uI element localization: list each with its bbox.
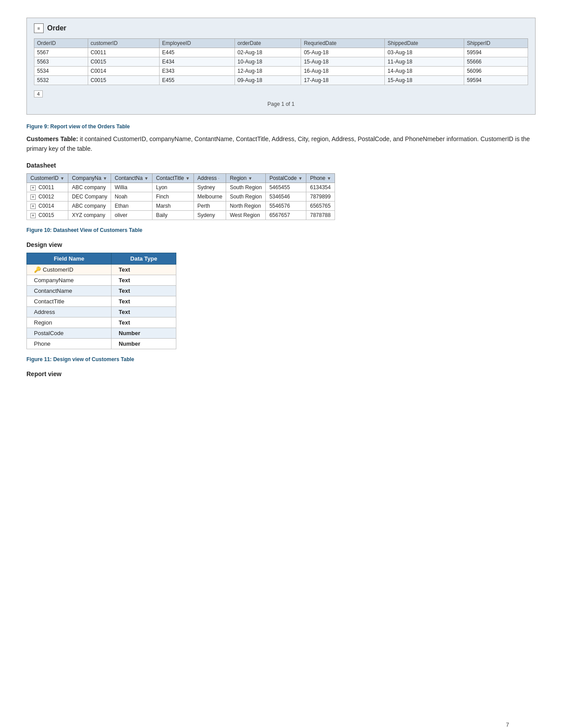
ds-col-address[interactable]: Address · [194,173,226,183]
col-orderdate: orderDate [234,39,301,48]
order-section: ≡ Order OrderID customerID EmployeeID or… [26,18,536,115]
col-requireddate: RequriedDate [301,39,385,48]
order-table-row: 5532C0015E45509-Aug-1817-Aug-1815-Aug-18… [34,76,528,85]
design-section: Design view Field Name Data Type 🔑Custom… [26,241,536,349]
customers-text: it contained CustomerID, companyName, Co… [26,135,530,152]
ds-col-phone[interactable]: Phone ▼ [306,173,335,183]
order-table-row: 5567C0011E44502-Aug-1805-Aug-1803-Aug-18… [34,48,528,57]
datasheet-heading: Datasheet [26,162,536,169]
report-section: Report view [26,370,536,377]
design-table-row: 🔑CustomerIDText [27,264,176,275]
design-col-fieldname: Field Name [27,253,112,264]
design-col-datatype: Data Type [112,253,176,264]
ds-col-companyname[interactable]: CompanyNa ▼ [68,173,111,183]
col-shipperid: ShipperID [464,39,528,48]
expand-button[interactable]: + [30,204,36,209]
order-table: OrderID customerID EmployeeID orderDate … [34,38,528,85]
record-count: 4 [34,90,43,97]
page-number: 7 [506,721,509,728]
ds-col-contactname[interactable]: ContanctNa ▼ [111,173,153,183]
design-table-row: ContanctNameText [27,285,176,296]
customers-label: Customers Table: [26,135,78,142]
design-table-row: PhoneNumber [27,338,176,349]
ds-col-customerid[interactable]: CustomerID ▼ [27,173,68,183]
expand-button[interactable]: + [30,185,36,190]
design-table-row: AddressText [27,306,176,317]
customers-body-text: Customers Table: it contained CustomerID… [26,134,536,154]
datasheet-table: CustomerID ▼ CompanyNa ▼ ContanctNa ▼ Co… [26,173,335,220]
design-table-row: ContactTitleText [27,296,176,306]
col-shippeddate: ShippedDate [385,39,464,48]
design-header-row: Field Name Data Type [27,253,176,264]
design-table-row: RegionText [27,317,176,328]
design-table: Field Name Data Type 🔑CustomerIDTextComp… [26,253,176,349]
expand-button[interactable]: + [30,194,36,200]
ds-col-contacttitle[interactable]: ContactTitle ▼ [152,173,194,183]
datasheet-row: + C0012DEC CompanyNoahFinchMelbourneSout… [27,192,335,201]
design-heading: Design view [26,241,536,248]
page-info: Page 1 of 1 [34,101,528,107]
order-table-row: 5563C0015E43410-Aug-1815-Aug-1811-Aug-18… [34,57,528,67]
order-table-row: 5534C0014E34312-Aug-1816-Aug-1814-Aug-18… [34,67,528,76]
expand-button[interactable]: + [30,213,36,218]
design-table-row: PostalCodeNumber [27,328,176,338]
order-table-header-row: OrderID customerID EmployeeID orderDate … [34,39,528,48]
datasheet-header-row: CustomerID ▼ CompanyNa ▼ ContanctNa ▼ Co… [27,173,335,183]
design-table-row: CompanyNameText [27,275,176,285]
col-orderid: OrderID [34,39,88,48]
key-icon: 🔑 [34,266,41,273]
order-label: Order [47,24,67,32]
col-employeeid: EmployeeID [159,39,234,48]
figure11-caption: Figure 11: Design view of Customers Tabl… [26,356,536,362]
datasheet-row: + C0011ABC companyWilliaLyonSydneySouth … [27,183,335,192]
datasheet-row: + C0014ABC companyEthanMarshPerthNorth R… [27,201,335,210]
col-customerid: customerID [88,39,159,48]
figure10-caption: Figure 10: Datasheet View of Customers T… [26,227,536,233]
datasheet-row: + C0015XYZ companyoliverBailySydenyWest … [27,210,335,220]
figure9-caption: Figure 9: Report view of the Orders Tabl… [26,123,536,130]
datasheet-section: Datasheet CustomerID ▼ CompanyNa ▼ Conta… [26,162,536,220]
ds-col-region[interactable]: Region ▼ [226,173,266,183]
order-title: ≡ Order [34,23,528,33]
table-icon: ≡ [34,23,44,33]
report-heading: Report view [26,370,536,377]
ds-col-postalcode[interactable]: PostalCode ▼ [266,173,306,183]
